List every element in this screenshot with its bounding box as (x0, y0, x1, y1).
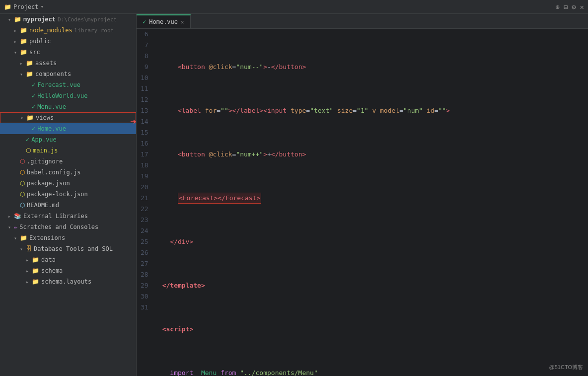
sidebar-item-gitignore[interactable]: ⬡ .gitignore (0, 156, 136, 167)
sidebar-item-src[interactable]: 📁 src (0, 47, 136, 58)
item-label: public (29, 38, 51, 45)
vue-icon: ✓ (32, 81, 35, 88)
collapse-icon[interactable]: ⊟ (564, 3, 568, 11)
code-line-13: import Menu from "../components/Menu" (162, 368, 584, 376)
code-line-8: <button @click="num++">+</button> (162, 149, 584, 160)
watermark: @51CTO博客 (549, 364, 583, 371)
sidebar-item-package-lock[interactable]: ⬡ package-lock.json (0, 189, 136, 200)
main-layout: 📁 myproject D:\Codes\myproject 📁 node_mo… (0, 14, 588, 376)
git-icon: ⬡ (20, 158, 25, 165)
folder-icon: 📁 (20, 234, 27, 241)
folder-icon: 📁 (32, 278, 39, 285)
tab-close-button[interactable]: ✕ (181, 19, 184, 25)
sidebar-item-package-json[interactable]: ⬡ package.json (0, 178, 136, 189)
item-label: Extensions (29, 234, 65, 241)
project-path: D:\Codes\myproject (58, 16, 117, 23)
top-bar: 📁 Project ▾ ⊕ ⊟ ⚙ ✕ (0, 0, 588, 14)
editor-area: ✓ Home.vue ✕ 6 7 8 9 10 11 12 13 14 15 1… (137, 14, 588, 376)
item-label: README.md (27, 202, 59, 209)
arrow-icon (20, 61, 26, 66)
item-label: main.js (33, 147, 58, 154)
tab-bar: ✓ Home.vue ✕ (137, 14, 588, 29)
sidebar-item-main-js[interactable]: ⬡ main.js (0, 145, 136, 156)
code-line-7: <label for=""></label><input type="text"… (162, 105, 584, 116)
sidebar-item-assets[interactable]: 📁 assets (0, 58, 136, 69)
sidebar-item-readme[interactable]: ⬡ README.md (0, 200, 136, 211)
item-label: package.json (27, 180, 70, 187)
babel-icon: ⬡ (20, 169, 25, 176)
arrow-icon (26, 279, 32, 285)
item-label: App.vue (31, 136, 57, 143)
item-label: .gitignore (27, 158, 63, 165)
code-line-12: <script> (162, 324, 584, 335)
sidebar-item-schema[interactable]: 📁 schema (0, 265, 136, 276)
settings-icon[interactable]: ⚙ (572, 3, 576, 11)
sidebar-item-app-vue[interactable]: ✓ App.vue (0, 134, 136, 145)
item-label: External Libraries (23, 213, 88, 220)
sidebar-item-scratches[interactable]: ✏ Scratches and Consoles (0, 222, 136, 232)
item-label: Database Tools and SQL (34, 245, 113, 252)
sidebar-item-data-folder[interactable]: 📁 data (0, 254, 136, 265)
vue-icon: ✓ (32, 103, 35, 110)
tab-home-vue[interactable]: ✓ Home.vue ✕ (137, 14, 191, 28)
code-editor[interactable]: 6 7 8 9 10 11 12 13 14 15 16 17 18 19 20… (137, 29, 588, 376)
arrow-icon (8, 17, 14, 22)
item-label: data (41, 256, 56, 263)
code-line-10: </div> (162, 236, 584, 247)
sidebar-item-home-vue[interactable]: ✓ Home.vue (0, 123, 136, 134)
tab-label: Home.vue (149, 18, 178, 25)
arrow-icon (14, 50, 20, 55)
item-label: HelloWorld.vue (37, 92, 87, 99)
line-numbers: 6 7 8 9 10 11 12 13 14 15 16 17 18 19 20… (137, 29, 152, 376)
item-label: views (36, 114, 54, 121)
sidebar-item-extensions[interactable]: 📁 Extensions (0, 232, 136, 243)
folder-icon: 📁 (26, 60, 33, 67)
folder-icon: 📁 (20, 27, 27, 34)
folder-icon: 📁 (26, 114, 34, 121)
gutter (152, 29, 158, 376)
sidebar: 📁 myproject D:\Codes\myproject 📁 node_mo… (0, 14, 137, 376)
md-icon: ⬡ (20, 202, 25, 209)
sidebar-item-node-modules[interactable]: 📁 node_modules library root (0, 25, 136, 36)
sidebar-item-babel-config[interactable]: ⬡ babel.config.js (0, 167, 136, 178)
code-content: <button @click="num--">-</button> <label… (158, 29, 588, 376)
arrow-icon (20, 72, 26, 77)
arrow-icon (26, 257, 32, 263)
item-label: schema.layouts (41, 278, 91, 285)
folder-icon: 📁 (32, 267, 39, 274)
arrow-icon (20, 115, 26, 121)
sidebar-item-external-libs[interactable]: 📚 External Libraries (0, 211, 136, 222)
vue-icon: ✓ (32, 92, 35, 99)
item-label: src (29, 49, 40, 56)
item-label: package-lock.json (27, 191, 88, 198)
sidebar-item-public[interactable]: 📁 public (0, 36, 136, 47)
folder-icon: 📁 (26, 71, 33, 77)
sidebar-item-menu-vue[interactable]: ✓ Menu.vue (0, 101, 136, 112)
folder-icon: 📁 (20, 38, 27, 45)
item-label: Home.vue (37, 125, 66, 132)
sidebar-item-components[interactable]: 📁 components (0, 69, 136, 79)
json-icon: ⬡ (20, 191, 25, 198)
scratch-icon: ✏ (14, 224, 17, 230)
sidebar-item-forecast-vue[interactable]: ✓ Forecast.vue (0, 79, 136, 90)
item-label: Menu.vue (37, 103, 66, 110)
add-icon[interactable]: ⊕ (555, 3, 559, 11)
sidebar-item-project-root[interactable]: 📁 myproject D:\Codes\myproject (0, 14, 136, 25)
json-icon: ⬡ (20, 180, 25, 187)
arrow-icon (14, 39, 20, 44)
vue-icon: ✓ (32, 125, 35, 132)
vue-icon: ✓ (26, 136, 29, 143)
sidebar-item-views[interactable]: 📁 views (0, 112, 136, 123)
code-line-9: <Forecast></Forecast> (162, 193, 584, 204)
item-label: assets (35, 60, 57, 67)
js-icon: ⬡ (26, 147, 31, 154)
close-icon[interactable]: ✕ (580, 3, 584, 11)
arrow-icon (26, 268, 32, 274)
sidebar-item-helloworld-vue[interactable]: ✓ HelloWorld.vue (0, 90, 136, 101)
item-label: node_modules (29, 27, 73, 34)
folder-icon: 📁 (32, 256, 39, 263)
sidebar-item-schema-layouts[interactable]: 📁 schema.layouts (0, 276, 136, 287)
item-sublabel: library root (74, 27, 114, 34)
sidebar-item-db-tools[interactable]: 🗄 Database Tools and SQL (0, 243, 136, 254)
arrow-icon (14, 28, 20, 33)
